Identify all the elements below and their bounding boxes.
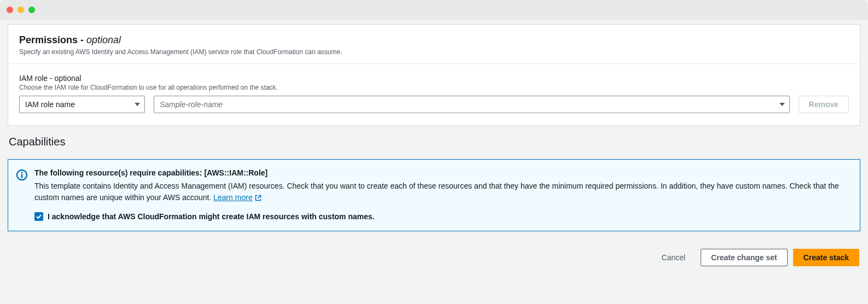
infobox-title: The following resource(s) require capabi… — [34, 168, 850, 177]
permissions-description: Specify an existing AWS Identity and Acc… — [19, 48, 849, 56]
svg-point-1 — [21, 172, 22, 173]
window-titlebar — [0, 0, 868, 20]
create-stack-button[interactable]: Create stack — [793, 249, 859, 266]
window-maximize-icon[interactable] — [28, 7, 35, 13]
acknowledge-checkbox[interactable] — [34, 212, 43, 221]
permissions-header: Permissions - optional Specify an existi… — [8, 25, 860, 64]
chevron-down-icon — [135, 103, 140, 106]
cancel-button-label: Cancel — [662, 253, 686, 262]
iam-role-name-combo[interactable]: Sample-role-name — [154, 96, 790, 113]
remove-button-label: Remove — [809, 100, 838, 109]
infobox-text: This template contains Identity and Acce… — [34, 180, 850, 203]
chevron-down-icon — [779, 103, 785, 106]
create-change-set-label: Create change set — [711, 253, 777, 262]
app-window: Permissions - optional Specify an existi… — [0, 0, 868, 278]
iam-role-type-value: IAM role name — [25, 100, 75, 109]
acknowledge-row: I acknowledge that AWS CloudFormation mi… — [34, 212, 850, 221]
svg-rect-2 — [21, 174, 23, 178]
create-change-set-button[interactable]: Create change set — [701, 249, 788, 266]
check-icon — [36, 213, 42, 220]
page-content: Permissions - optional Specify an existi… — [0, 20, 868, 278]
permissions-title-text: Permissions - — [19, 34, 86, 45]
permissions-body: IAM role - optional Choose the IAM role … — [8, 64, 860, 125]
remove-button[interactable]: Remove — [799, 96, 849, 113]
create-stack-label: Create stack — [803, 253, 849, 262]
infobox-body: The following resource(s) require capabi… — [34, 168, 850, 221]
iam-role-sublabel: Choose the IAM role for CloudFormation t… — [19, 84, 849, 91]
learn-more-link[interactable]: Learn more — [213, 192, 261, 203]
external-link-icon — [255, 195, 261, 201]
cancel-button[interactable]: Cancel — [652, 249, 696, 266]
permissions-title-optional: optional — [86, 34, 121, 45]
window-minimize-icon[interactable] — [18, 7, 24, 13]
permissions-title: Permissions - optional — [19, 34, 849, 46]
info-icon — [16, 169, 29, 221]
iam-role-row: IAM role name Sample-role-name Remove — [19, 96, 849, 113]
footer-actions: Cancel Create change set Create stack — [8, 249, 860, 266]
infobox-text-content: This template contains Identity and Acce… — [34, 182, 839, 202]
permissions-panel: Permissions - optional Specify an existi… — [8, 24, 860, 126]
capabilities-infobox: The following resource(s) require capabi… — [8, 159, 860, 231]
iam-role-type-select[interactable]: IAM role name — [19, 96, 145, 113]
window-close-icon[interactable] — [7, 7, 13, 13]
learn-more-label: Learn more — [213, 192, 253, 203]
acknowledge-label: I acknowledge that AWS CloudFormation mi… — [48, 212, 375, 221]
capabilities-heading: Capabilities — [9, 136, 860, 148]
iam-role-label: IAM role - optional — [19, 74, 849, 83]
iam-role-name-placeholder: Sample-role-name — [160, 100, 223, 109]
